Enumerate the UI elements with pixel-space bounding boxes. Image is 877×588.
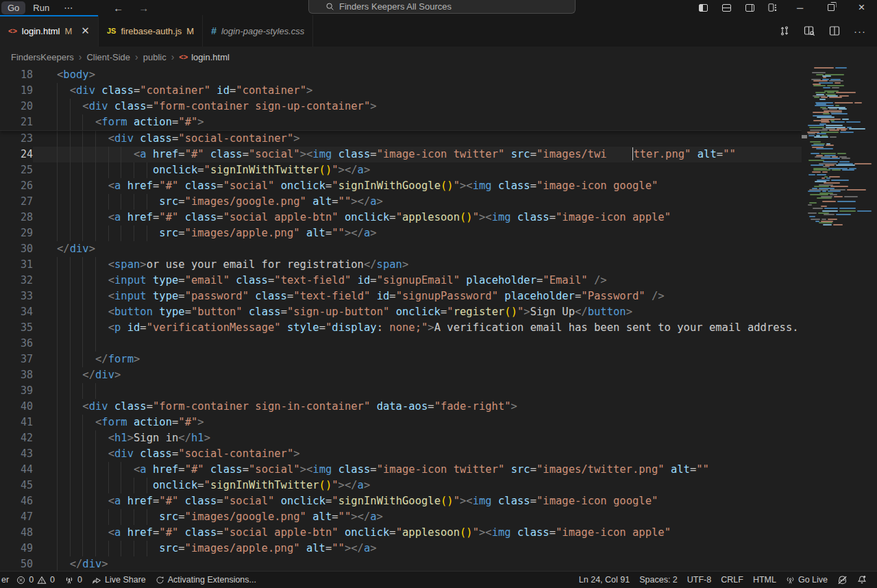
code-line[interactable]: 29src="images/apple.png" alt=""></a> <box>0 225 802 241</box>
code-line[interactable]: 44<a href="#" class="social"><img class=… <box>0 462 802 478</box>
close-button[interactable]: × <box>846 0 877 15</box>
code-line[interactable]: 20<div class="form-container sign-up-con… <box>0 99 802 114</box>
code-line[interactable]: 19<div class="container" id="container"> <box>0 83 802 99</box>
toggle-panel-icon[interactable] <box>715 0 738 15</box>
indentation-indicator[interactable]: Spaces: 2 <box>634 572 682 588</box>
git-modified-badge: M <box>186 26 194 36</box>
menu-run[interactable]: Run <box>27 1 55 14</box>
line-number: 24 <box>0 147 33 162</box>
status-bar: er 0 0 0 Live Share Activating Extension… <box>0 571 877 588</box>
forward-arrow-icon[interactable]: → <box>138 2 149 14</box>
close-tab-icon[interactable]: ✕ <box>81 25 90 37</box>
language-mode-indicator[interactable]: HTML <box>748 572 781 588</box>
minimize-button[interactable]: ─ <box>785 0 815 15</box>
back-arrow-icon[interactable]: ← <box>113 2 123 14</box>
editor-pane[interactable]: 18<body>19<div class="container" id="con… <box>0 67 877 571</box>
code-line[interactable]: 31<span>or use your email for registrati… <box>0 257 802 273</box>
code-line[interactable]: 38</div> <box>0 367 802 383</box>
eol-indicator[interactable]: CRLF <box>716 572 748 588</box>
code-lines[interactable]: 23<div class="social-container">24<a hre… <box>0 131 802 571</box>
line-number: 31 <box>0 257 33 273</box>
code-line[interactable]: 40<div class="form-container sign-in-con… <box>0 399 802 415</box>
code-line[interactable]: 41<form action="#"> <box>0 415 802 430</box>
command-center-label: Finders Keepers All Sources <box>339 1 452 12</box>
cursor-position-indicator[interactable]: Ln 24, Col 91 <box>574 572 634 588</box>
line-number: 34 <box>0 304 33 320</box>
tab-label: login.html <box>22 26 60 36</box>
compare-changes-icon[interactable] <box>779 25 790 36</box>
code-line[interactable]: 32<input type="email" class="text-field"… <box>0 273 802 289</box>
tab-label: firebase-auth.js <box>121 26 182 36</box>
code-line[interactable]: 42<h1>Sign in</h1> <box>0 430 802 446</box>
tab-login-page-styles-css[interactable]: # login-page-styles.css <box>203 15 313 47</box>
code-area[interactable]: 18<body>19<div class="container" id="con… <box>0 67 802 571</box>
code-line[interactable]: 43<div class="social-container"> <box>0 446 802 462</box>
line-number: 21 <box>0 114 33 130</box>
minimap[interactable] <box>807 67 872 571</box>
go-live-button[interactable]: Go Live <box>781 572 832 588</box>
line-number: 49 <box>0 541 33 556</box>
code-line[interactable]: 45onclick="signInWithTwitter()"></a> <box>0 478 802 493</box>
line-number: 26 <box>0 178 33 194</box>
split-editor-icon[interactable] <box>829 25 840 36</box>
open-changes-icon[interactable] <box>804 25 815 36</box>
css-file-icon: # <box>211 25 217 36</box>
encoding-indicator[interactable]: UTF-8 <box>682 572 716 588</box>
code-line[interactable]: 36 <box>0 336 802 352</box>
restore-button[interactable] <box>815 0 846 15</box>
code-line[interactable]: 50</div> <box>0 556 802 571</box>
customize-layout-icon[interactable] <box>761 0 785 15</box>
code-line[interactable]: 33<input type="password" class="text-fie… <box>0 289 802 304</box>
notifications-bell-icon[interactable] <box>852 572 872 588</box>
error-icon <box>16 576 25 585</box>
activating-extensions-status[interactable]: Activating Extensions... <box>151 572 261 588</box>
line-number: 38 <box>0 367 33 383</box>
line-number: 40 <box>0 399 33 415</box>
code-line[interactable]: 24<a href="#" class="social"><img class=… <box>0 147 802 162</box>
line-number: 44 <box>0 462 33 478</box>
breadcrumb-item-file[interactable]: <> login.html <box>179 52 230 62</box>
code-line[interactable]: 48<a href="#" class="social apple-btn" o… <box>0 525 802 541</box>
code-line[interactable]: 27src="images/google.png" alt=""></a> <box>0 194 802 210</box>
code-line[interactable]: 28<a href="#" class="social apple-btn" o… <box>0 210 802 225</box>
code-line[interactable]: 23<div class="social-container"> <box>0 131 802 147</box>
code-line[interactable]: 47src="images/google.png" alt=""></a> <box>0 509 802 525</box>
toggle-secondary-sidebar-icon[interactable] <box>738 0 761 15</box>
code-line[interactable]: 46<a href="#" class="social" onclick="si… <box>0 493 802 509</box>
code-line[interactable]: 18<body> <box>0 67 802 83</box>
code-line[interactable]: 34<button type="button" class="sign-up-b… <box>0 304 802 320</box>
search-icon <box>325 2 334 11</box>
code-line[interactable]: 39 <box>0 383 802 399</box>
breadcrumb-item-public[interactable]: public <box>143 52 166 62</box>
live-share-button[interactable]: Live Share <box>87 572 151 588</box>
code-line[interactable]: 26<a href="#" class="social" onclick="si… <box>0 178 802 194</box>
code-line[interactable]: 49src="images/apple.png" alt=""></a> <box>0 541 802 556</box>
code-line[interactable]: 25onclick="signInWithTwitter()"></a> <box>0 162 802 178</box>
code-line[interactable]: 30</div> <box>0 241 802 257</box>
menu-go[interactable]: Go <box>1 1 25 14</box>
chevron-right-icon: › <box>79 51 82 62</box>
toggle-sidebar-icon[interactable] <box>691 0 715 15</box>
breadcrumb-item-client-side[interactable]: Client-Side <box>86 52 130 62</box>
line-number: 20 <box>0 99 33 114</box>
copilot-disabled-icon[interactable] <box>832 572 852 588</box>
code-line[interactable]: 21<form action="#"> <box>0 114 802 130</box>
code-line[interactable]: 37</form> <box>0 352 802 367</box>
breadcrumb-item-root[interactable]: FindersKeepers <box>11 52 74 62</box>
editor-scrollbar[interactable] <box>872 67 877 571</box>
editor-more-actions-icon[interactable]: ··· <box>854 25 866 37</box>
menu-more[interactable]: ⋯ <box>57 1 80 14</box>
tab-bar: <> login.html M ✕ JS firebase-auth.js M … <box>0 15 877 47</box>
sticky-scroll[interactable]: 18<body>19<div class="container" id="con… <box>0 67 802 131</box>
line-number: 36 <box>0 336 33 352</box>
tab-label: login-page-styles.css <box>221 26 304 36</box>
code-line[interactable]: 35<p id="verificationMessage" style="dis… <box>0 320 802 336</box>
tab-login-html[interactable]: <> login.html M ✕ <box>0 15 99 47</box>
statusbar-truncated-item[interactable]: er <box>0 575 12 585</box>
line-number: 43 <box>0 446 33 462</box>
problems-indicator[interactable]: 0 0 <box>12 572 60 588</box>
command-center-search[interactable]: Finders Keepers All Sources <box>308 0 576 14</box>
line-number: 45 <box>0 478 33 493</box>
ports-indicator[interactable]: 0 <box>60 572 87 588</box>
tab-firebase-auth-js[interactable]: JS firebase-auth.js M <box>99 15 203 47</box>
